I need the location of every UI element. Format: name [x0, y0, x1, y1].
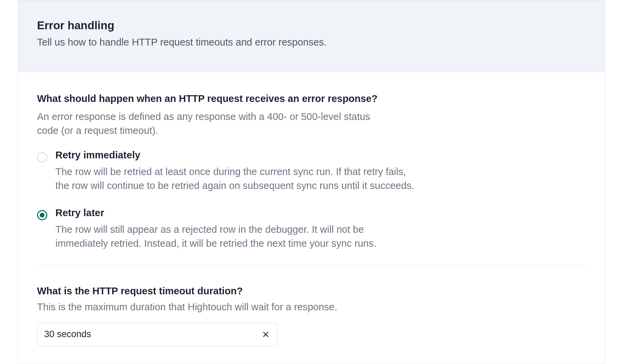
clear-input-button[interactable] [261, 330, 271, 339]
panel-title: Error handling [37, 19, 586, 32]
option-retry-later[interactable]: Retry later The row will still appear as… [37, 207, 586, 250]
error-response-question: What should happen when an HTTP request … [37, 93, 586, 104]
timeout-input-wrapper[interactable] [37, 323, 278, 346]
option-label: Retry later [55, 207, 586, 219]
timeout-section: What is the HTTP request timeout duratio… [37, 285, 586, 346]
panel-subtitle: Tell us how to handle HTTP request timeo… [37, 37, 586, 48]
error-response-description: An error response is defined as any resp… [37, 110, 377, 137]
timeout-question: What is the HTTP request timeout duratio… [37, 285, 586, 297]
timeout-input[interactable] [44, 329, 261, 340]
radio-retry-later[interactable] [37, 210, 47, 220]
radio-selected-dot [40, 213, 45, 218]
option-description: The row will still appear as a rejected … [55, 223, 416, 250]
option-retry-immediately[interactable]: Retry immediately The row will be retrie… [37, 150, 586, 192]
radio-retry-immediately[interactable] [37, 152, 47, 162]
option-description: The row will be retried at least once du… [55, 165, 416, 192]
section-divider [37, 265, 586, 266]
panel-header: Error handling Tell us how to handle HTT… [18, 1, 605, 72]
option-label: Retry immediately [55, 150, 586, 161]
error-response-options: Retry immediately The row will be retrie… [37, 150, 586, 250]
timeout-description: This is the maximum duration that Highto… [37, 301, 586, 313]
error-handling-panel: Error handling Tell us how to handle HTT… [18, 0, 605, 364]
panel-body: What should happen when an HTTP request … [18, 72, 605, 346]
close-icon [262, 331, 270, 338]
